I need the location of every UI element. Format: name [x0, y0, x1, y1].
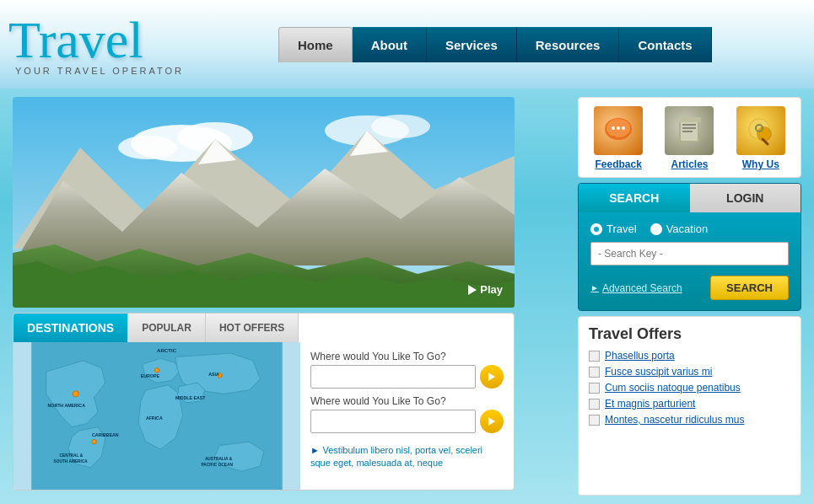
dest-go-arrow-1: [488, 373, 495, 381]
dest-label-2: Where would You Like To Go?: [310, 395, 504, 407]
feedback-icon: [594, 106, 643, 155]
tab-search[interactable]: SEARCH: [579, 184, 690, 212]
svg-point-15: [92, 440, 96, 444]
svg-point-14: [154, 368, 159, 373]
svg-text:CARIBBEAN: CARIBBEAN: [92, 432, 119, 437]
dest-go-arrow-2: [488, 417, 495, 426]
logo-area: Travel YOUR TRAVEL OPERATOR: [8, 13, 278, 76]
dest-input-row-1: [310, 365, 504, 389]
search-row: ► Advanced Search SEARCH: [590, 276, 789, 300]
dest-input-1[interactable]: [310, 365, 476, 389]
dest-go-button-2[interactable]: [480, 410, 504, 433]
dest-go-button-1[interactable]: [480, 365, 504, 389]
offer-link[interactable]: Fusce suscipit varius mi: [605, 366, 712, 378]
offer-item: Montes, nascetur ridiculus mus: [589, 414, 790, 426]
svg-point-3: [118, 136, 177, 159]
svg-point-33: [622, 126, 625, 130]
dest-input-2[interactable]: [310, 410, 476, 433]
svg-text:NORTH AMERICA: NORTH AMERICA: [48, 403, 86, 408]
whyus-icon-item[interactable]: Why Us: [736, 106, 785, 170]
articles-label: Articles: [671, 158, 708, 170]
articles-icon-item[interactable]: Articles: [665, 106, 714, 170]
offers-panel: Travel Offers Phasellus portaFusce susci…: [578, 316, 801, 496]
search-radio-row: Travel Vacation: [590, 223, 789, 235]
world-map: ARCTIC NORTH AMERICA EUROPE ASIA CARIBBE…: [13, 342, 300, 490]
svg-point-43: [758, 128, 770, 140]
offer-checkbox[interactable]: [589, 415, 600, 426]
svg-text:CENTRAL &: CENTRAL &: [60, 453, 84, 458]
main-nav: Home About Services Resources Contacts: [278, 0, 806, 88]
offer-checkbox[interactable]: [589, 399, 600, 410]
tab-hot-offers[interactable]: HOT OFFERS: [206, 314, 299, 342]
play-icon: [468, 285, 477, 295]
search-login-tabs: SEARCH LOGIN: [579, 184, 801, 212]
destinations-panel: DESTINATIONS POPULAR HOT OFFERS: [13, 313, 515, 491]
advanced-search-link[interactable]: ► Advanced Search: [590, 282, 682, 294]
offer-link[interactable]: Montes, nascetur ridiculus mus: [605, 414, 744, 426]
destinations-tabs: DESTINATIONS POPULAR HOT OFFERS: [13, 314, 514, 342]
icon-row: Feedback Articles: [578, 97, 801, 178]
tab-popular[interactable]: POPULAR: [128, 314, 206, 342]
play-button[interactable]: Play: [468, 283, 503, 296]
tab-destinations[interactable]: DESTINATIONS: [13, 314, 128, 342]
svg-rect-38: [682, 131, 693, 132]
search-body: Travel Vacation ► Advanced Search SEARCH: [579, 212, 801, 310]
search-input[interactable]: [590, 242, 789, 265]
svg-point-5: [371, 115, 430, 138]
svg-text:PACIFIC OCEAN: PACIFIC OCEAN: [202, 463, 234, 467]
whyus-icon: [736, 106, 785, 155]
left-column: Play DESTINATIONS POPULAR HOT OFFERS: [13, 97, 569, 496]
svg-rect-39: [677, 117, 701, 122]
destinations-body: ARCTIC NORTH AMERICA EUROPE ASIA CARIBBE…: [13, 342, 514, 490]
offer-link[interactable]: Et magnis parturient: [605, 398, 695, 410]
radio-travel-dot: [590, 223, 602, 235]
svg-text:AFRICA: AFRICA: [146, 416, 163, 421]
offer-item: Fusce suscipit varius mi: [589, 366, 790, 378]
offer-item: Cum sociis natoque penatibus: [589, 382, 790, 394]
nav-contacts[interactable]: Contacts: [619, 27, 711, 62]
offer-link[interactable]: Phasellus porta: [605, 350, 675, 362]
offer-link[interactable]: Cum sociis natoque penatibus: [605, 382, 741, 394]
svg-text:MIDDLE EAST: MIDDLE EAST: [175, 395, 206, 400]
dest-label-1: Where would You Like To Go?: [310, 351, 504, 362]
offers-title: Travel Offers: [589, 325, 790, 343]
svg-text:ARCTIC: ARCTIC: [157, 347, 177, 353]
articles-icon: [665, 106, 714, 155]
feedback-icon-item[interactable]: Feedback: [594, 106, 643, 170]
offer-checkbox[interactable]: [589, 351, 600, 362]
svg-point-32: [617, 126, 620, 130]
offer-checkbox[interactable]: [589, 383, 600, 394]
search-button[interactable]: SEARCH: [710, 276, 789, 300]
svg-point-13: [73, 391, 78, 397]
whyus-label: Why Us: [742, 158, 779, 170]
offers-list: Phasellus portaFusce suscipit varius miC…: [589, 350, 790, 426]
nav-services[interactable]: Services: [427, 27, 517, 62]
feedback-label: Feedback: [595, 158, 641, 170]
tab-login[interactable]: LOGIN: [690, 184, 801, 212]
svg-text:ASIA: ASIA: [208, 372, 219, 377]
right-column: Feedback Articles: [578, 97, 801, 496]
offer-item: Et magnis parturient: [589, 398, 790, 410]
dest-form-group-2: Where would You Like To Go?: [310, 395, 504, 433]
nav-about[interactable]: About: [353, 27, 427, 62]
svg-rect-36: [682, 124, 696, 126]
dest-bottom-link[interactable]: Vestibulum libero nisl, porta vel, scele…: [310, 445, 482, 468]
main-content: Play DESTINATIONS POPULAR HOT OFFERS: [0, 88, 814, 504]
radio-vacation[interactable]: Vacation: [650, 223, 709, 235]
svg-text:SOUTH AMERICA: SOUTH AMERICA: [54, 459, 89, 464]
logo-subtitle: YOUR TRAVEL OPERATOR: [15, 66, 278, 76]
nav-home[interactable]: Home: [278, 27, 353, 62]
svg-rect-37: [682, 127, 696, 129]
radio-travel[interactable]: Travel: [590, 223, 637, 235]
nav-resources[interactable]: Resources: [517, 27, 620, 62]
offer-item: Phasellus porta: [589, 350, 790, 362]
dest-form-group-1: Where would You Like To Go?: [310, 351, 504, 389]
destinations-form: Where would You Like To Go? Where would …: [300, 342, 514, 490]
search-panel: SEARCH LOGIN Travel Vacation: [578, 183, 801, 311]
offer-checkbox[interactable]: [589, 367, 600, 378]
dest-input-row-2: [310, 410, 504, 433]
svg-text:EUROPE: EUROPE: [141, 373, 160, 378]
logo-title[interactable]: Travel: [8, 13, 278, 66]
svg-point-31: [612, 126, 615, 130]
hero-image: Play: [13, 97, 515, 308]
